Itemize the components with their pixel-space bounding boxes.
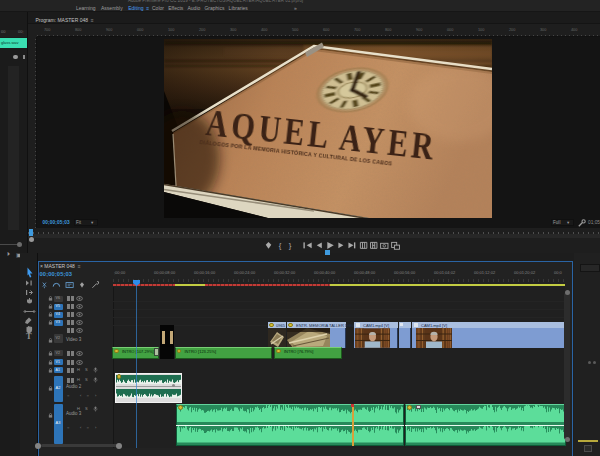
svg-text:{: {: [279, 241, 282, 250]
svg-text:}: }: [289, 241, 292, 250]
svg-text:T: T: [26, 331, 32, 341]
